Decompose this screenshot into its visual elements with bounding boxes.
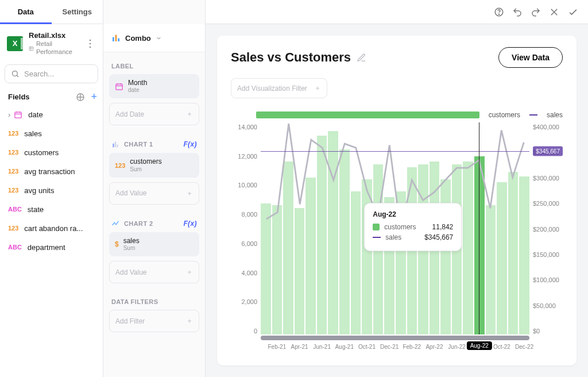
plus-icon: ＋ [186,316,193,326]
legend-label-sales: sales [547,111,563,119]
y-axis-right: $400,000$350,000$300,000$250,000$200,000… [529,122,563,354]
bar-Aug-21[interactable]: Aug-21 [339,149,350,334]
section-chart1: CHART 1 [124,141,153,148]
fx-chart2[interactable]: F(x) [183,220,197,228]
number-type-icon: 123 [8,187,18,194]
text-type-icon: ABC [8,244,22,251]
field-cart-abandon[interactable]: 123cart abandon ra... [0,219,103,238]
tab-data[interactable]: Data [0,0,52,24]
number-type-icon: 123 [8,168,18,175]
plus-icon: ＋ [186,188,193,198]
field-avg-units[interactable]: 123avg units [0,181,103,200]
search-input[interactable]: Search... [5,64,98,83]
section-filters: DATA FILTERS [111,298,158,305]
currency-icon: $ [115,240,119,248]
svg-rect-0 [29,47,33,51]
bar-Dec-22[interactable]: Dec-22 [519,176,529,334]
calendar-icon [115,82,123,91]
plus-icon: ＋ [314,83,321,93]
plot-area[interactable]: Feb-21Apr-21Jun-21Aug-21Oct-21Dec-21Feb-… [261,122,529,354]
calendar-icon [14,110,22,119]
confirm-icon[interactable] [567,6,579,18]
chart2-field-chip[interactable]: $ salesSum [109,232,199,256]
excel-icon: X [7,36,23,51]
add-field-icon[interactable]: + [91,93,97,102]
plus-icon: ＋ [186,109,193,119]
chart-tooltip: Aug-22 customers11,842 sales$345,667 [364,203,462,251]
svg-rect-5 [115,35,117,41]
field-list: › date 123sales 123customers 123avg tran… [0,105,103,257]
bar-May-21[interactable] [305,178,316,334]
bar-Jan-21[interactable] [261,203,271,334]
legend-swatch-sales [529,114,537,116]
section-chart2: CHART 2 [124,220,153,227]
number-type-icon: 123 [8,130,18,137]
combo-chart[interactable]: 14,00012,00010,0008,0006,0004,0002,0000 … [231,122,563,354]
svg-rect-6 [118,39,119,41]
bar-Oct-22[interactable]: Oct-22 [497,182,507,334]
chart1-field-chip[interactable]: 123 customersSum [109,153,199,177]
source-subtitle: Retail Performance [29,40,80,56]
bar-Sep-22[interactable] [486,205,496,334]
legend-label-customers: customers [489,111,520,119]
chart-type-selector[interactable]: Combo [103,24,205,52]
bar-Apr-21[interactable]: Apr-21 [295,208,305,334]
field-department[interactable]: ABCdepartment [0,238,103,257]
crosshair-h: $345,667 [261,151,529,152]
view-data-button[interactable]: View Data [498,47,563,68]
bar-Jul-21[interactable] [328,131,338,334]
close-icon[interactable] [549,7,559,17]
add-filter-drop[interactable]: Add Filter＋ [109,310,199,332]
bar-Sep-21[interactable] [351,191,361,334]
x-scrollbar[interactable] [261,336,529,340]
fields-heading: Fields [8,93,30,101]
add-viz-filter[interactable]: Add Visualization Filter ＋ [231,78,327,98]
number-type-icon: 123 [115,162,125,169]
add-value-chart1[interactable]: Add Value＋ [109,182,199,205]
crosshair-v [479,122,479,334]
help-icon[interactable] [494,7,504,17]
bar-Jul-22[interactable] [463,161,473,334]
edit-title-icon[interactable] [357,53,366,63]
legend-swatch-customers [256,111,479,118]
bar-chart-icon [111,140,119,148]
field-avg-transaction[interactable]: 123avg transaction [0,162,103,181]
bar-Nov-22[interactable] [508,172,519,334]
window-toolbar [206,0,588,24]
svg-rect-4 [113,37,114,41]
label-chip-month[interactable]: Monthdate [109,74,199,98]
number-type-icon: 123 [8,225,18,232]
combo-chart-icon [111,33,121,43]
svg-rect-7 [116,84,122,90]
bar-Jun-21[interactable]: Jun-21 [317,136,327,334]
tab-settings[interactable]: Settings [52,0,103,24]
svg-rect-3 [15,112,21,118]
y-axis-left: 14,00012,00010,0008,0006,0004,0002,0000 [231,122,261,354]
svg-rect-8 [113,144,114,147]
search-icon [11,70,20,78]
field-config-icon[interactable] [76,93,85,102]
svg-point-12 [498,14,499,14]
bar-Feb-21[interactable]: Feb-21 [272,205,283,334]
field-date[interactable]: › date [0,105,103,124]
expand-icon[interactable]: › [8,110,10,119]
text-type-icon: ABC [8,206,22,213]
number-type-icon: 123 [8,149,18,156]
source-title: Retail.xlsx [29,31,80,40]
source-more-icon[interactable]: ⋯ [84,39,97,49]
chevron-down-icon [156,35,162,41]
svg-rect-9 [115,142,116,148]
svg-rect-10 [117,145,118,148]
redo-icon[interactable] [531,7,541,17]
chart-title: Sales vs Customers [231,50,351,65]
fx-chart1[interactable]: F(x) [183,140,197,148]
bar-Mar-21[interactable] [283,161,293,334]
undo-icon[interactable] [512,7,523,17]
field-customers[interactable]: 123customers [0,143,103,162]
left-tabs: Data Settings [0,0,103,24]
add-value-chart2[interactable]: Add Value＋ [109,261,199,283]
crosshair-value-tag: $345,667 [533,147,563,156]
add-date-drop[interactable]: Add Date＋ [109,103,199,125]
field-sales[interactable]: 123sales [0,124,103,143]
field-state[interactable]: ABCstate [0,200,103,219]
